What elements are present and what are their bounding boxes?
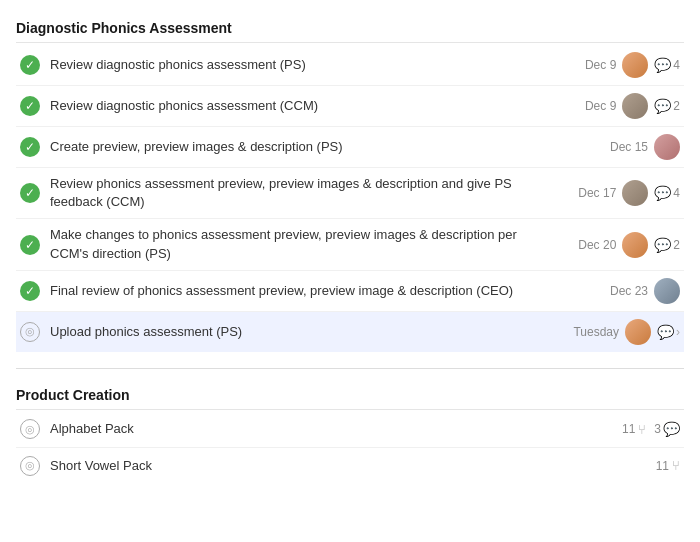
avatar <box>622 52 648 78</box>
task-text: Alphabet Pack <box>50 420 580 438</box>
task-meta: Dec 20 💬 2 <box>560 232 680 258</box>
task-item[interactable]: ◎ Alphabet Pack 11 ⑂ 3 💬 <box>16 412 684 448</box>
task-item[interactable]: ✓ Review phonics assessment preview, pre… <box>16 168 684 219</box>
task-date: Dec 20 <box>578 238 616 252</box>
section-divider <box>16 352 684 368</box>
avatar <box>625 319 651 345</box>
task-text: Review phonics assessment preview, previ… <box>50 175 560 211</box>
task-text: Review diagnostic phonics assessment (CC… <box>50 97 560 115</box>
task-date: Dec 15 <box>610 140 648 154</box>
task-text: Upload phonics assessment (PS) <box>50 323 560 341</box>
avatar <box>654 134 680 160</box>
task-check-icon: ✓ <box>20 183 40 203</box>
main-container: Diagnostic Phonics Assessment ✓ Review d… <box>0 0 700 496</box>
task-check-pending-icon: ◎ <box>20 456 40 476</box>
product-section-header: Product Creation <box>16 379 684 410</box>
task-date: Dec 9 <box>585 99 616 113</box>
task-item[interactable]: ✓ Final review of phonics assessment pre… <box>16 271 684 312</box>
chevron-right-icon: › <box>676 325 680 339</box>
comment-count: 💬 4 <box>654 57 680 73</box>
diagnostic-task-list: ✓ Review diagnostic phonics assessment (… <box>16 45 684 352</box>
comment-number: 3 <box>654 422 661 436</box>
task-check-pending-icon: ◎ <box>20 419 40 439</box>
task-date: Dec 17 <box>578 186 616 200</box>
task-item[interactable]: ✓ Review diagnostic phonics assessment (… <box>16 45 684 86</box>
comment-icon: 💬 <box>657 324 674 340</box>
task-text: Short Vowel Pack <box>50 457 580 475</box>
task-item[interactable]: ✓ Review diagnostic phonics assessment (… <box>16 86 684 127</box>
task-check-icon: ✓ <box>20 281 40 301</box>
task-date: Dec 9 <box>585 58 616 72</box>
task-text: Review diagnostic phonics assessment (PS… <box>50 56 560 74</box>
diagnostic-section-header: Diagnostic Phonics Assessment <box>16 12 684 43</box>
avatar <box>622 180 648 206</box>
comment-icon: 💬 <box>663 421 680 437</box>
task-check-icon: ✓ <box>20 55 40 75</box>
branch-icon: ⑂ <box>672 458 680 473</box>
sub-count-number: 11 <box>656 459 669 473</box>
product-meta: 11 ⑂ <box>580 458 680 473</box>
task-item[interactable]: ✓ Create preview, preview images & descr… <box>16 127 684 168</box>
comment-icon: 💬 <box>654 185 671 201</box>
sub-count-number: 11 <box>622 422 635 436</box>
product-task-list: ◎ Alphabet Pack 11 ⑂ 3 💬 ◎ Short Vowel P… <box>16 412 684 484</box>
product-sub-count: 11 ⑂ <box>622 422 646 437</box>
avatar <box>622 93 648 119</box>
task-check-pending-icon: ◎ <box>20 322 40 342</box>
task-item-highlighted[interactable]: ◎ Upload phonics assessment (PS) Tuesday… <box>16 312 684 352</box>
task-check-icon: ✓ <box>20 96 40 116</box>
comment-number: 4 <box>673 186 680 200</box>
task-meta: Dec 9 💬 2 <box>560 93 680 119</box>
task-meta: Dec 17 💬 4 <box>560 180 680 206</box>
product-sub-count: 11 ⑂ <box>656 458 680 473</box>
comment-count: 💬 › <box>657 324 680 340</box>
comment-number: 2 <box>673 238 680 252</box>
task-item[interactable]: ◎ Short Vowel Pack 11 ⑂ <box>16 448 684 484</box>
comment-number: 2 <box>673 99 680 113</box>
task-text: Create preview, preview images & descrip… <box>50 138 560 156</box>
task-date: Tuesday <box>573 325 619 339</box>
comment-number: 4 <box>673 58 680 72</box>
task-date: Dec 23 <box>610 284 648 298</box>
task-item[interactable]: ✓ Make changes to phonics assessment pre… <box>16 219 684 270</box>
task-meta: Tuesday 💬 › <box>560 319 680 345</box>
diagnostic-section: Diagnostic Phonics Assessment ✓ Review d… <box>16 12 684 352</box>
comment-count: 💬 2 <box>654 98 680 114</box>
avatar <box>622 232 648 258</box>
avatar <box>654 278 680 304</box>
comment-count: 💬 2 <box>654 237 680 253</box>
task-text: Final review of phonics assessment previ… <box>50 282 560 300</box>
comment-count: 3 💬 <box>654 421 680 437</box>
section-separator <box>16 368 684 369</box>
task-meta: Dec 15 <box>560 134 680 160</box>
task-check-icon: ✓ <box>20 235 40 255</box>
comment-icon: 💬 <box>654 57 671 73</box>
task-check-icon: ✓ <box>20 137 40 157</box>
comment-icon: 💬 <box>654 98 671 114</box>
task-text: Make changes to phonics assessment previ… <box>50 226 560 262</box>
product-meta: 11 ⑂ 3 💬 <box>580 421 680 437</box>
comment-icon: 💬 <box>654 237 671 253</box>
branch-icon: ⑂ <box>638 422 646 437</box>
product-section: Product Creation ◎ Alphabet Pack 11 ⑂ 3 … <box>16 379 684 484</box>
task-meta: Dec 9 💬 4 <box>560 52 680 78</box>
task-meta: Dec 23 <box>560 278 680 304</box>
comment-count: 💬 4 <box>654 185 680 201</box>
